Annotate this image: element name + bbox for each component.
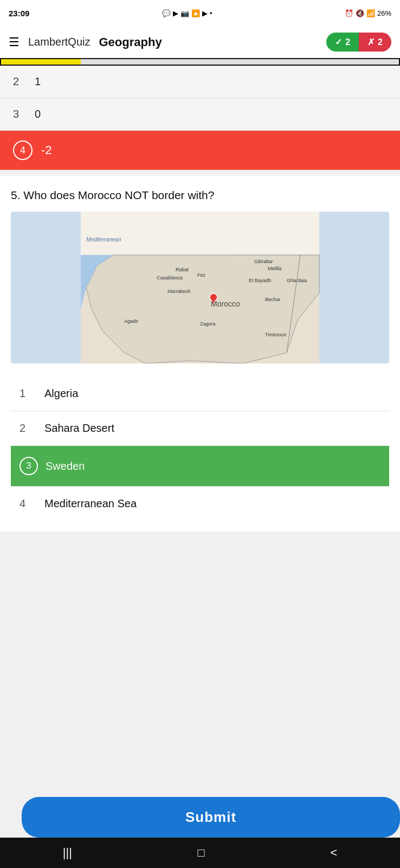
nav-back-icon[interactable]: < <box>330 846 337 860</box>
option-item-1[interactable]: 1 Algeria <box>11 376 389 411</box>
option-num-4: 4 <box>20 497 37 510</box>
menu-icon[interactable]: ☰ <box>9 35 20 49</box>
svg-text:Timimoun: Timimoun <box>265 332 286 337</box>
svg-text:Fez: Fez <box>197 272 206 278</box>
map-image: Morocco Casablanca Rabat Fez Marrakesh G… <box>11 212 389 363</box>
answer-row-2: 2 1 <box>0 66 400 98</box>
svg-text:Rabat: Rabat <box>176 267 189 272</box>
svg-rect-1 <box>81 212 319 255</box>
answer-val-2: 1 <box>35 75 41 88</box>
svg-text:Mediterranean: Mediterranean <box>86 237 121 242</box>
status-icons: 💬 ▶ 📷 🔼 ▶ • <box>162 9 212 17</box>
correct-count: 2 <box>345 37 350 47</box>
score-correct-badge: ✓ 2 <box>326 33 359 52</box>
question-card: 5. Who does Morocco NOT border with? Mor… <box>0 176 400 532</box>
svg-text:Agadir: Agadir <box>124 318 138 324</box>
app-icon-3: 📷 <box>180 9 189 17</box>
question-text: 5. Who does Morocco NOT border with? <box>11 189 389 202</box>
alarm-icon: ⏰ <box>345 9 353 17</box>
option-item-3[interactable]: 3 Sweden <box>11 446 389 487</box>
answer-num-4: 4 <box>13 141 33 160</box>
nav-home-icon[interactable]: □ <box>198 846 205 860</box>
whatsapp-icon: 💬 <box>162 9 171 17</box>
svg-text:El Bayadh: El Bayadh <box>249 278 271 283</box>
page-title: Geography <box>99 35 322 49</box>
options-list: 1 Algeria 2 Sahara Desert 3 Sweden 4 Med… <box>11 376 389 521</box>
nav-recent-icon[interactable]: ||| <box>63 846 72 860</box>
bottom-nav: ||| □ < <box>0 838 400 868</box>
option-text-4: Mediterranean Sea <box>44 497 137 510</box>
progress-bar-container <box>0 58 400 66</box>
option-text-3: Sweden <box>46 460 85 473</box>
previous-answers: 2 1 3 0 4 -2 <box>0 66 400 170</box>
top-nav: ☰ LambertQuiz Geography ✓ 2 ✗ 2 <box>0 26 400 58</box>
option-num-1: 1 <box>20 387 37 400</box>
status-bar: 23:09 💬 ▶ 📷 🔼 ▶ • ⏰ 🔇 📶 26% <box>0 0 400 26</box>
option-item-2[interactable]: 2 Sahara Desert <box>11 411 389 446</box>
svg-text:Gibraltar: Gibraltar <box>254 259 273 264</box>
nav-icon: 🔼 <box>191 9 200 17</box>
svg-text:Melilla: Melilla <box>268 266 282 271</box>
option-item-4[interactable]: 4 Mediterranean Sea <box>11 487 389 521</box>
check-icon: ✓ <box>335 37 342 47</box>
answer-num-2: 2 <box>13 75 26 88</box>
status-time: 23:09 <box>9 9 29 18</box>
wifi-icon: 📶 <box>366 9 375 17</box>
score-wrong-badge: ✗ 2 <box>359 33 391 52</box>
app-name: LambertQuiz <box>28 36 91 48</box>
score-badges: ✓ 2 ✗ 2 <box>326 33 391 52</box>
youtube-icon-2: ▶ <box>202 9 208 17</box>
svg-text:Zagora: Zagora <box>200 321 216 327</box>
option-num-2: 2 <box>20 422 37 435</box>
map-container: Morocco Casablanca Rabat Fez Marrakesh G… <box>11 212 389 363</box>
svg-text:Marrakesh: Marrakesh <box>167 289 191 294</box>
answer-row-3: 3 0 <box>0 98 400 131</box>
answer-num-3: 3 <box>13 108 26 120</box>
answer-row-4: 4 -2 <box>0 131 400 170</box>
youtube-icon: ▶ <box>173 9 178 17</box>
answer-val-4: -2 <box>41 143 52 157</box>
answer-val-3: 0 <box>35 108 41 120</box>
mute-icon: 🔇 <box>356 9 364 17</box>
progress-bar-fill <box>1 59 81 65</box>
cross-icon: ✗ <box>367 37 375 47</box>
submit-button[interactable]: Submit <box>22 797 400 838</box>
option-text-2: Sahara Desert <box>44 422 114 435</box>
battery-text: 26% <box>377 9 391 17</box>
dot-icon: • <box>210 9 212 17</box>
status-right: ⏰ 🔇 📶 26% <box>345 9 391 17</box>
svg-text:Casablanca: Casablanca <box>157 275 183 280</box>
svg-text:Bechar: Bechar <box>265 297 281 302</box>
wrong-count: 2 <box>378 37 383 47</box>
option-text-1: Algeria <box>44 387 78 400</box>
option-num-3: 3 <box>20 457 38 475</box>
